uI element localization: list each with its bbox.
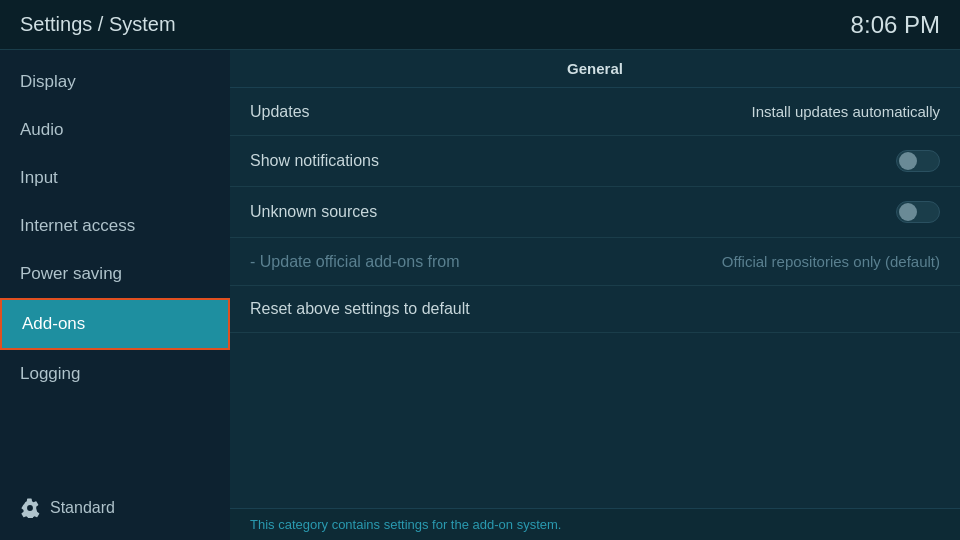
sidebar-item-label: Input bbox=[20, 168, 58, 187]
sidebar-item-audio[interactable]: Audio bbox=[0, 106, 230, 154]
sidebar-item-add-ons[interactable]: Add-ons bbox=[0, 298, 230, 350]
main-layout: Display Audio Input Internet access Powe… bbox=[0, 50, 960, 540]
setting-value-update-official: Official repositories only (default) bbox=[722, 253, 940, 270]
toggle-show-notifications[interactable] bbox=[896, 150, 940, 172]
sidebar: Display Audio Input Internet access Powe… bbox=[0, 50, 230, 540]
setting-row-show-notifications[interactable]: Show notifications bbox=[230, 136, 960, 187]
reset-label[interactable]: Reset above settings to default bbox=[250, 300, 470, 317]
sidebar-item-display[interactable]: Display bbox=[0, 58, 230, 106]
footer-bar: This category contains settings for the … bbox=[230, 508, 960, 540]
footer-text: This category contains settings for the … bbox=[250, 517, 561, 532]
setting-row-unknown-sources[interactable]: Unknown sources bbox=[230, 187, 960, 238]
section-header: General bbox=[230, 50, 960, 88]
setting-label-updates: Updates bbox=[250, 103, 310, 121]
sidebar-item-label: Audio bbox=[20, 120, 63, 139]
setting-row-updates[interactable]: Updates Install updates automatically bbox=[230, 88, 960, 136]
header-time: 8:06 PM bbox=[851, 11, 940, 39]
reset-row[interactable]: Reset above settings to default bbox=[230, 286, 960, 333]
toggle-unknown-sources[interactable] bbox=[896, 201, 940, 223]
toggle-knob bbox=[899, 203, 917, 221]
sidebar-item-power-saving[interactable]: Power saving bbox=[0, 250, 230, 298]
sidebar-bottom[interactable]: Standard bbox=[0, 484, 230, 532]
settings-list: Updates Install updates automatically Sh… bbox=[230, 88, 960, 508]
sidebar-item-label: Add-ons bbox=[22, 314, 85, 333]
setting-label-unknown-sources: Unknown sources bbox=[250, 203, 377, 221]
content-area: General Updates Install updates automati… bbox=[230, 50, 960, 540]
sidebar-item-label: Display bbox=[20, 72, 76, 91]
header: Settings / System 8:06 PM bbox=[0, 0, 960, 50]
standard-label: Standard bbox=[50, 499, 115, 517]
setting-label-show-notifications: Show notifications bbox=[250, 152, 379, 170]
sidebar-item-label: Power saving bbox=[20, 264, 122, 283]
sidebar-item-internet-access[interactable]: Internet access bbox=[0, 202, 230, 250]
gear-icon bbox=[20, 498, 40, 518]
setting-row-update-official: - Update official add-ons from Official … bbox=[230, 238, 960, 286]
sidebar-item-input[interactable]: Input bbox=[0, 154, 230, 202]
setting-label-update-official: - Update official add-ons from bbox=[250, 253, 460, 271]
setting-value-updates: Install updates automatically bbox=[752, 103, 940, 120]
sidebar-item-label: Logging bbox=[20, 364, 81, 383]
sidebar-item-logging[interactable]: Logging bbox=[0, 350, 230, 398]
header-title: Settings / System bbox=[20, 13, 176, 36]
sidebar-item-label: Internet access bbox=[20, 216, 135, 235]
toggle-knob bbox=[899, 152, 917, 170]
